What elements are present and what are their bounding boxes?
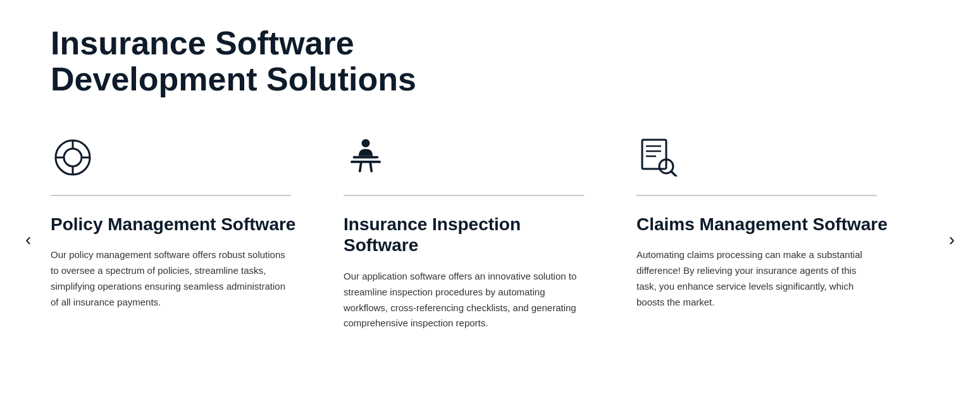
- card-title-claims: Claims Management Software: [636, 214, 904, 235]
- card-title-inspection: Insurance Inspection Software: [344, 214, 599, 256]
- document-search-icon: [636, 135, 681, 180]
- card-title-policy: Policy Management Software: [51, 214, 306, 235]
- svg-line-16: [671, 171, 676, 176]
- lifebuoy-icon: [51, 135, 95, 180]
- svg-rect-8: [350, 161, 381, 163]
- card-desc-policy: Our policy management software offers ro…: [51, 247, 291, 310]
- next-arrow-button[interactable]: ›: [943, 225, 961, 255]
- svg-rect-11: [642, 140, 666, 169]
- svg-point-6: [362, 139, 370, 147]
- card-divider-3: [636, 195, 877, 196]
- cards-wrapper: ‹ Policy Management Software: [51, 135, 929, 344]
- svg-point-1: [64, 149, 82, 166]
- card-desc-claims: Automating claims processing can make a …: [636, 247, 877, 310]
- main-title-line1: Insurance Software: [51, 25, 354, 61]
- card-policy-management: Policy Management Software Our policy ma…: [51, 135, 344, 344]
- main-title-line2: Development Solutions: [51, 61, 416, 97]
- cards-grid: Policy Management Software Our policy ma…: [51, 135, 929, 344]
- card-insurance-inspection: Insurance Inspection Software Our applic…: [344, 135, 636, 344]
- page-container: Insurance Software Development Solutions…: [0, 0, 980, 369]
- card-divider-1: [51, 195, 291, 196]
- card-desc-inspection: Our application software offers an innov…: [344, 269, 584, 331]
- main-title: Insurance Software Development Solutions: [51, 25, 493, 97]
- svg-line-9: [360, 163, 361, 171]
- inspector-icon: [344, 135, 388, 180]
- svg-line-10: [370, 163, 371, 171]
- prev-arrow-button[interactable]: ‹: [19, 225, 37, 255]
- card-claims-management: Claims Management Software Automating cl…: [636, 135, 929, 344]
- card-divider-2: [344, 195, 584, 196]
